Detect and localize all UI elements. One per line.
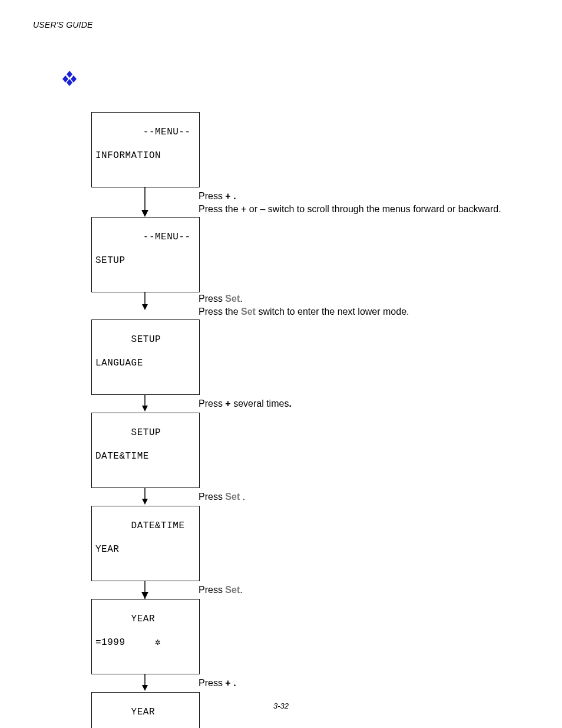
- instruction-text: Press + several times.: [199, 397, 505, 410]
- display-line1: SETUP: [131, 334, 161, 345]
- page-header: USER'S GUIDE: [33, 20, 93, 29]
- instruction-text: Press Set .: [199, 490, 505, 503]
- svg-marker-10: [142, 406, 148, 411]
- svg-marker-7: [142, 304, 148, 310]
- display-line2: INFORMATION: [95, 150, 196, 162]
- display-line2: YEAR: [95, 543, 196, 555]
- display-line1: YEAR: [131, 614, 155, 624]
- display-line1: SETUP: [131, 427, 161, 438]
- arrow-down-icon: [91, 292, 199, 319]
- display-line2: LANGUAGE: [95, 357, 196, 369]
- instruction-text: Press + .: [199, 677, 505, 690]
- svg-marker-2: [71, 75, 77, 83]
- display-line2: =1999 ✲: [95, 637, 196, 648]
- display-box: --MENU-- INFORMATION: [91, 112, 200, 187]
- display-line1: DATE&TIME: [131, 521, 185, 531]
- svg-marker-16: [142, 685, 148, 691]
- svg-marker-0: [67, 71, 72, 78]
- arrow-down-icon: [91, 674, 199, 692]
- display-box: SETUP LANGUAGE: [91, 319, 200, 395]
- arrow-down-icon: [91, 581, 199, 599]
- instruction-text: Press Set. Press the Set switch to enter…: [199, 292, 505, 318]
- instruction-text: Press Set.: [199, 584, 505, 597]
- display-box: DATE&TIME YEAR: [91, 506, 200, 581]
- display-line2: DATE&TIME: [95, 450, 196, 462]
- svg-marker-14: [141, 592, 148, 599]
- arrow-down-icon: [91, 488, 199, 506]
- svg-marker-1: [62, 75, 68, 83]
- page-number: 3-32: [0, 701, 562, 710]
- display-box: SETUP DATE&TIME: [91, 413, 200, 488]
- display-line1: --MENU--: [131, 232, 191, 242]
- svg-marker-5: [141, 210, 148, 217]
- display-line1: --MENU--: [131, 127, 191, 137]
- svg-marker-3: [67, 79, 72, 86]
- svg-marker-12: [142, 499, 148, 505]
- arrow-down-icon: [91, 395, 199, 413]
- instruction-text: Press + . Press the + or – switch to scr…: [199, 190, 505, 216]
- flowchart: --MENU-- INFORMATION Press + . Press the…: [91, 112, 515, 728]
- display-box: --MENU-- SETUP: [91, 217, 200, 292]
- display-line2: SETUP: [95, 255, 196, 266]
- display-box: YEAR =1999 ✲: [91, 599, 200, 674]
- arrow-down-icon: [91, 187, 199, 217]
- diamond-bullet-icon: [62, 71, 77, 86]
